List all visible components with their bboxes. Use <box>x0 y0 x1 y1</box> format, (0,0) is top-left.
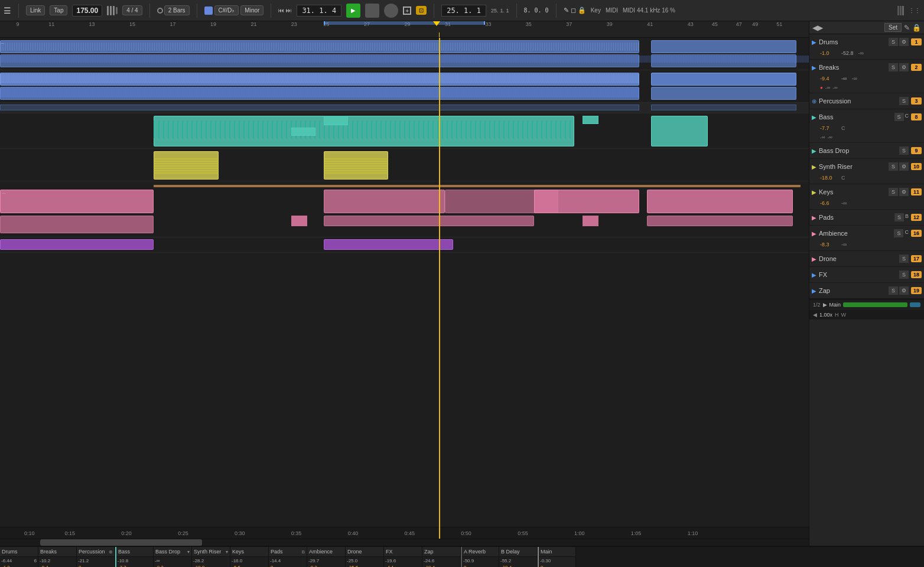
clip-pads-2[interactable] <box>324 190 445 213</box>
track-drone-s[interactable]: S <box>899 255 909 263</box>
track-item-percussion: ⊕ Percussion S 3 <box>809 93 924 109</box>
track-synthriser-s[interactable]: S <box>889 162 898 171</box>
clip-zap-2[interactable] <box>324 239 453 250</box>
track-pads-arrow[interactable]: ▶ <box>812 214 816 221</box>
track-item-header-keys: ▶ Keys S ⚙ 11 <box>812 185 922 198</box>
time-sig-display[interactable]: 4 / 4 <box>122 5 142 15</box>
select-icon[interactable]: ◻ <box>571 6 576 14</box>
track-ambience-s[interactable]: S <box>894 229 903 237</box>
clip-pads-4[interactable] <box>534 190 639 213</box>
clip-bass-right[interactable] <box>651 116 708 146</box>
key-root-select[interactable]: C#/D♭ <box>214 5 239 15</box>
track-drums-settings[interactable]: ⚙ <box>899 38 909 46</box>
track-bassdrop-arrow[interactable]: ▶ <box>812 148 816 154</box>
track-area: ... <box>0 38 809 539</box>
key-mode-select[interactable]: Minor <box>240 5 263 15</box>
track-bass-s[interactable]: S <box>894 113 904 121</box>
track-bassdrop-s[interactable]: S <box>899 146 909 155</box>
scroll-thumb[interactable] <box>40 539 202 546</box>
track-name-pads: Pads <box>819 214 892 221</box>
clip-breaks-right[interactable] <box>651 73 796 86</box>
track-keys-settings[interactable]: ⚙ <box>899 188 909 196</box>
mixer-channel-percussion: Percussion ⊕ -21.2 0 3 S <box>77 547 115 567</box>
link-button[interactable]: Link <box>26 5 45 15</box>
more-icon[interactable]: ⋮⋮ <box>909 7 920 14</box>
clip-pads-row2-3[interactable] <box>647 216 792 226</box>
track-name-zap: Zap <box>819 287 886 294</box>
track-lane-bass <box>0 113 809 149</box>
track-breaks-settings[interactable]: ⚙ <box>899 63 909 71</box>
record-button[interactable] <box>384 4 398 18</box>
clip-bass-tiny3[interactable] <box>583 116 598 124</box>
mixer-bassdrop-vol: -0.2 <box>154 565 191 567</box>
track-ambience-arrow[interactable]: ▶ <box>812 230 816 237</box>
hamburger-icon[interactable]: ☰ <box>4 6 11 15</box>
clip-pads-5[interactable] <box>647 190 792 213</box>
track-number-bassdrop: 9 <box>911 147 922 154</box>
tap-button[interactable]: Tap <box>50 5 67 15</box>
track-breaks-s[interactable]: S <box>889 63 898 71</box>
mixer-bassdrop-arrow[interactable]: ▾ <box>187 549 190 555</box>
clip-trigger-icon[interactable]: ⊡ <box>416 6 427 15</box>
clip-pads-small2[interactable] <box>583 216 598 226</box>
clip-breaks-right2[interactable] <box>651 87 796 100</box>
main-dropdown-arrow[interactable]: ▶ <box>823 302 827 308</box>
track-drums-arrow[interactable]: ▶ <box>812 39 816 45</box>
mixer-bdelay-db1: -55.2 <box>500 558 511 563</box>
mixer-synthriser-levels: -28.2 <box>192 557 230 565</box>
track-percussion-s[interactable]: S <box>899 97 909 105</box>
track-zap-s[interactable]: S <box>889 286 898 295</box>
edit-icon[interactable]: ✎ <box>904 24 910 32</box>
loop-display[interactable]: 25. 1. 1 <box>441 5 486 17</box>
track-drone-arrow[interactable]: ▶ <box>812 256 816 262</box>
clip-pads-main[interactable] <box>0 190 154 213</box>
clip-pads-small1[interactable] <box>291 216 307 226</box>
pencil-icon[interactable]: ✎ <box>564 6 569 14</box>
clip-pads-row2-2[interactable] <box>324 216 534 226</box>
arrow-left[interactable]: ◀ <box>813 312 817 318</box>
lock-track-icon[interactable]: 🔒 <box>912 24 921 32</box>
clip-drums-right[interactable] <box>651 40 796 53</box>
add-icon[interactable]: + <box>403 6 411 15</box>
track-zap-settings[interactable]: ⚙ <box>899 286 909 295</box>
play-button[interactable]: ▶ <box>346 4 360 18</box>
position-display[interactable]: 31. 1. 4 <box>297 5 341 17</box>
track-zap-arrow[interactable]: ▶ <box>812 288 816 294</box>
ruler-mark: 21 <box>250 21 256 27</box>
track-breaks-vol-val: -9.4 <box>820 76 839 82</box>
track-drums-s[interactable]: S <box>889 38 898 46</box>
ruler-mark: 17 <box>170 21 175 27</box>
bpm-display[interactable]: 175.00 <box>72 5 102 17</box>
loop-start-label: 25. <box>491 8 499 14</box>
clip-pads-row2-1[interactable] <box>0 216 154 233</box>
clip-bass-tiny2[interactable] <box>291 128 315 136</box>
track-bass-arrow[interactable]: ▶ <box>812 114 816 120</box>
track-keys-arrow[interactable]: ▶ <box>812 189 816 195</box>
scroll-region[interactable] <box>0 539 809 546</box>
track-pads-s[interactable]: S <box>894 213 904 221</box>
track-lanes[interactable]: ... <box>0 38 809 539</box>
mixer-percussion-vol: 0 <box>77 565 115 567</box>
track-keys-s[interactable]: S <box>889 188 898 196</box>
lock-icon[interactable]: 🔒 <box>578 6 586 14</box>
mixer-synthriser-arrow[interactable]: ▾ <box>226 549 228 555</box>
metronome-icon[interactable] <box>157 8 163 14</box>
clip-bass-tiny1[interactable] <box>324 116 348 125</box>
nav-arrows[interactable]: ◀▶ <box>812 24 823 32</box>
track-name-bass: Bass <box>819 113 892 120</box>
stop-button[interactable] <box>365 4 379 18</box>
track-breaks-arrow[interactable]: ▶ <box>812 64 816 71</box>
track-synthriser-arrow[interactable]: ▶ <box>812 164 816 170</box>
time-mark: 1:05 <box>631 530 642 536</box>
clip-percussion[interactable] <box>0 105 639 110</box>
track-fx-s[interactable]: S <box>899 271 909 279</box>
track-synthriser-settings[interactable]: ⚙ <box>899 162 909 171</box>
bars-select[interactable]: 2 Bars <box>164 5 190 15</box>
mixer-areverb-db1: -50.9 <box>463 558 474 563</box>
track-fx-arrow[interactable]: ▶ <box>812 272 816 278</box>
mixer-zap-vol: -19.4 <box>422 565 460 567</box>
set-button[interactable]: Set <box>884 23 902 32</box>
track-percussion-icon[interactable]: ⊕ <box>812 98 816 105</box>
clip-percussion-right[interactable] <box>651 105 796 110</box>
clip-zap-1[interactable] <box>0 239 154 250</box>
